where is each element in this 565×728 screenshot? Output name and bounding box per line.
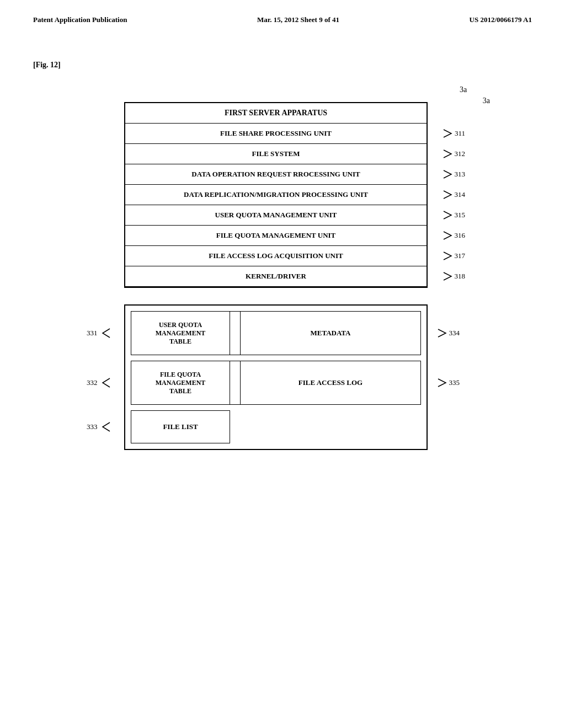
ref-312: 312: [443, 149, 466, 159]
header-left: Patent Application Publication: [33, 15, 127, 24]
file-list-row: FILE LIST 333: [131, 410, 421, 443]
unit-row-7: FILE ACCESS LOG ACQUISITION UNIT 317: [125, 246, 427, 266]
storage-left-2: FILE QUOTA MANAGEMENT TABLE: [131, 361, 230, 405]
unit-label-2: FILE SYSTEM: [125, 144, 427, 164]
storage-row-1: USER QUOTA MANAGEMENT TABLEMETADATA 331 …: [131, 311, 421, 355]
unit-row-5: USER QUOTA MANAGEMENT UNIT 315: [125, 205, 427, 226]
storage-section: USER QUOTA MANAGEMENT TABLEMETADATA 331 …: [110, 304, 441, 450]
ref-311: 311: [443, 129, 465, 138]
ref-316: 316: [443, 231, 466, 240]
unit-row-8: KERNEL/DRIVER 318: [125, 266, 427, 287]
storage-left-1: USER QUOTA MANAGEMENT TABLE: [131, 311, 230, 355]
unit-row-1: FILE SHARE PROCESSING UNIT 311: [125, 124, 427, 144]
unit-label-6: FILE QUOTA MANAGEMENT UNIT: [125, 226, 427, 245]
storage-outer-box: USER QUOTA MANAGEMENT TABLEMETADATA 331 …: [124, 304, 428, 450]
server-title: FIRST SERVER APPARATUS: [125, 103, 427, 124]
unit-label-4: DATA REPLICATION/MIGRATION PROCESSING UN…: [125, 185, 427, 205]
ref-314: 314: [443, 190, 466, 200]
file-list-box: FILE LIST: [131, 410, 230, 443]
ref-332: 332: [87, 377, 111, 388]
storage-right-2: FILE ACCESS LOG: [240, 361, 421, 405]
storage-right-1: METADATA: [240, 311, 421, 355]
units-container: FILE SHARE PROCESSING UNIT 311 FILE SYST…: [125, 124, 427, 287]
storage-row-2: FILE QUOTA MANAGEMENT TABLEFILE ACCESS L…: [131, 361, 421, 405]
ref-333: 333: [87, 421, 111, 432]
unit-row-4: DATA REPLICATION/MIGRATION PROCESSING UN…: [125, 185, 427, 205]
server-apparatus-box: FIRST SERVER APPARATUS FILE SHARE PROCES…: [124, 102, 428, 288]
ref-331: 331: [87, 328, 111, 339]
ref-313: 313: [443, 169, 466, 179]
ref-335: 335: [437, 378, 460, 388]
unit-label-5: USER QUOTA MANAGEMENT UNIT: [125, 205, 427, 225]
storage-rows-container: USER QUOTA MANAGEMENT TABLEMETADATA 331 …: [131, 311, 421, 405]
outer-ref-3a-fixed: 3a: [483, 97, 490, 105]
unit-label-7: FILE ACCESS LOG ACQUISITION UNIT: [125, 246, 427, 266]
storage-divider-1: [230, 311, 240, 355]
ref-315: 315: [443, 210, 466, 220]
page-header: Patent Application Publication Mar. 15, …: [0, 0, 565, 24]
ref-318: 318: [443, 271, 466, 281]
ref-317: 317: [443, 251, 466, 261]
ref-334: 334: [437, 328, 460, 338]
unit-label-8: KERNEL/DRIVER: [125, 266, 427, 286]
unit-label-1: FILE SHARE PROCESSING UNIT: [125, 124, 427, 143]
diagram-container: 3a FIRST SERVER APPARATUS FILE SHARE PRO…: [55, 85, 497, 450]
unit-row-2: FILE SYSTEM 312: [125, 144, 427, 164]
unit-row-3: DATA OPERATION REQUEST RROCESSING UNIT 3…: [125, 164, 427, 185]
unit-row-6: FILE QUOTA MANAGEMENT UNIT 316: [125, 226, 427, 246]
unit-label-3: DATA OPERATION REQUEST RROCESSING UNIT: [125, 164, 427, 184]
storage-divider-2: [230, 361, 240, 405]
header-middle: Mar. 15, 2012 Sheet 9 of 41: [257, 15, 339, 24]
fig-label: [Fig. 12]: [33, 61, 61, 69]
header-right: US 2012/0066179 A1: [470, 15, 532, 24]
outer-ref-label: 3a: [460, 85, 467, 94]
